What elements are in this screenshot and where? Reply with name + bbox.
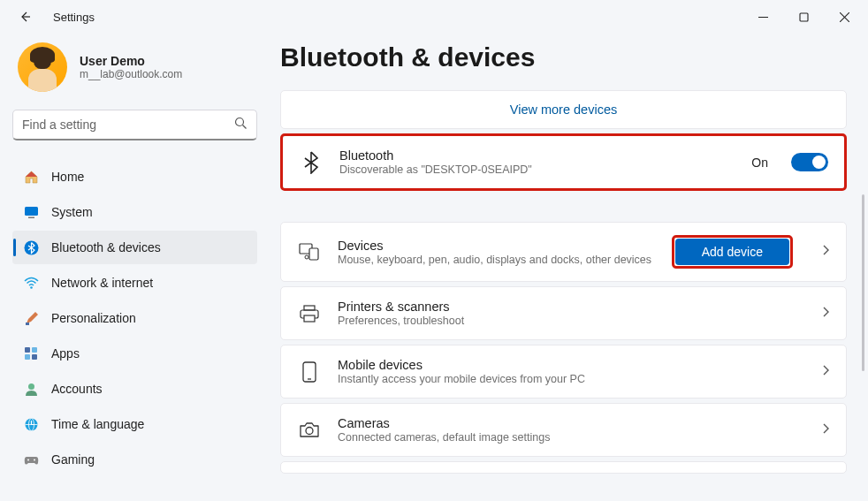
svg-rect-24	[304, 306, 315, 310]
chevron-right-icon	[821, 364, 830, 380]
search-box[interactable]	[12, 110, 257, 140]
nav-label: Home	[51, 170, 84, 184]
page-title: Bluetooth & devices	[280, 42, 847, 72]
nav-label: Bluetooth & devices	[51, 240, 161, 254]
titlebar: Settings	[0, 0, 868, 34]
user-name: User Demo	[80, 54, 182, 68]
maximize-button[interactable]	[783, 0, 824, 34]
nav-list: Home System Bluetooth & devices Network …	[12, 160, 257, 476]
partial-row[interactable]	[280, 461, 847, 474]
bluetooth-toggle-row[interactable]: Bluetooth Discoverable as "DESKTOP-0SEAI…	[283, 136, 844, 188]
row-title: Cameras	[338, 416, 805, 430]
mobile-devices-row[interactable]: Mobile devices Instantly access your mob…	[280, 345, 847, 399]
svg-point-20	[34, 459, 35, 460]
row-title: Mobile devices	[338, 358, 805, 372]
nav-home[interactable]: Home	[12, 160, 257, 194]
row-title: Printers & scanners	[338, 300, 805, 314]
row-subtitle: Mouse, keyboard, pen, audio, displays an…	[338, 254, 656, 266]
nav-label: Network & internet	[51, 276, 153, 290]
nav-accounts[interactable]: Accounts	[12, 372, 257, 406]
svg-point-23	[305, 255, 308, 259]
svg-rect-14	[32, 354, 37, 360]
chevron-right-icon	[821, 306, 830, 322]
bluetooth-icon	[23, 239, 39, 255]
main-content: Bluetooth & devices View more devices Bl…	[270, 34, 868, 501]
globe-icon	[23, 416, 39, 432]
row-title: Devices	[338, 239, 656, 253]
nav-label: System	[51, 205, 93, 219]
minimize-button[interactable]	[742, 0, 783, 34]
scrollbar[interactable]	[862, 194, 865, 415]
svg-rect-10	[26, 323, 29, 325]
close-button[interactable]	[824, 0, 864, 34]
user-profile[interactable]: User Demo m__lab@outlook.com	[12, 42, 257, 92]
avatar	[18, 42, 67, 92]
sidebar: User Demo m__lab@outlook.com Home System…	[0, 34, 270, 501]
apps-icon	[23, 345, 39, 361]
nav-bluetooth[interactable]: Bluetooth & devices	[12, 231, 257, 264]
row-subtitle: Connected cameras, default image setting…	[338, 431, 805, 444]
add-device-highlight: Add device	[672, 235, 793, 269]
nav-personalization[interactable]: Personalization	[12, 301, 257, 335]
nav-time[interactable]: Time & language	[12, 407, 257, 441]
chevron-right-icon	[821, 422, 830, 438]
svg-rect-7	[28, 216, 34, 218]
svg-point-9	[30, 286, 33, 289]
svg-point-4	[236, 118, 244, 125]
row-subtitle: Discoverable as "DESKTOP-0SEAIPD"	[339, 163, 735, 176]
paintbrush-icon	[23, 310, 39, 326]
nav-label: Personalization	[51, 311, 136, 325]
user-email: m__lab@outlook.com	[80, 68, 182, 80]
nav-gaming[interactable]: Gaming	[12, 443, 257, 476]
devices-icon	[297, 239, 322, 264]
svg-rect-11	[25, 347, 30, 353]
row-subtitle: Instantly access your mobile devices fro…	[338, 373, 805, 385]
svg-point-15	[28, 383, 34, 390]
search-input[interactable]	[22, 118, 234, 132]
phone-icon	[297, 360, 322, 384]
window-title: Settings	[53, 11, 95, 24]
svg-rect-12	[32, 347, 37, 353]
cameras-row[interactable]: Cameras Connected cameras, default image…	[280, 403, 847, 457]
row-title: Bluetooth	[339, 148, 735, 163]
nav-label: Accounts	[51, 382, 103, 396]
wifi-icon	[23, 275, 39, 291]
devices-row[interactable]: Devices Mouse, keyboard, pen, audio, dis…	[280, 222, 847, 282]
svg-rect-6	[25, 207, 38, 216]
printer-icon	[297, 301, 322, 326]
gamepad-icon	[23, 452, 39, 467]
svg-rect-22	[309, 248, 318, 260]
view-more-devices-link[interactable]: View more devices	[280, 90, 847, 129]
svg-rect-1	[800, 13, 808, 21]
printers-row[interactable]: Printers & scanners Preferences, trouble…	[280, 286, 847, 340]
nav-label: Time & language	[51, 417, 144, 431]
nav-label: Gaming	[51, 452, 95, 467]
svg-line-5	[243, 125, 247, 128]
toggle-state-label: On	[751, 156, 768, 170]
svg-rect-13	[25, 354, 30, 360]
back-button[interactable]	[14, 6, 35, 27]
svg-rect-26	[304, 315, 315, 322]
bluetooth-row-highlight: Bluetooth Discoverable as "DESKTOP-0SEAI…	[280, 133, 847, 191]
camera-icon	[297, 418, 322, 443]
person-icon	[23, 381, 39, 397]
nav-apps[interactable]: Apps	[12, 337, 257, 370]
chevron-right-icon	[821, 244, 830, 260]
row-subtitle: Preferences, troubleshoot	[338, 315, 805, 327]
bluetooth-icon	[299, 150, 324, 175]
nav-label: Apps	[51, 346, 80, 361]
window-controls	[742, 0, 864, 34]
add-device-button[interactable]: Add device	[675, 239, 789, 265]
svg-point-29	[306, 428, 313, 435]
search-icon	[234, 117, 247, 133]
nav-system[interactable]: System	[12, 195, 257, 229]
home-icon	[23, 169, 39, 185]
bluetooth-toggle[interactable]	[791, 153, 828, 171]
svg-point-19	[27, 459, 29, 460]
system-icon	[23, 204, 39, 220]
nav-network[interactable]: Network & internet	[12, 266, 257, 300]
